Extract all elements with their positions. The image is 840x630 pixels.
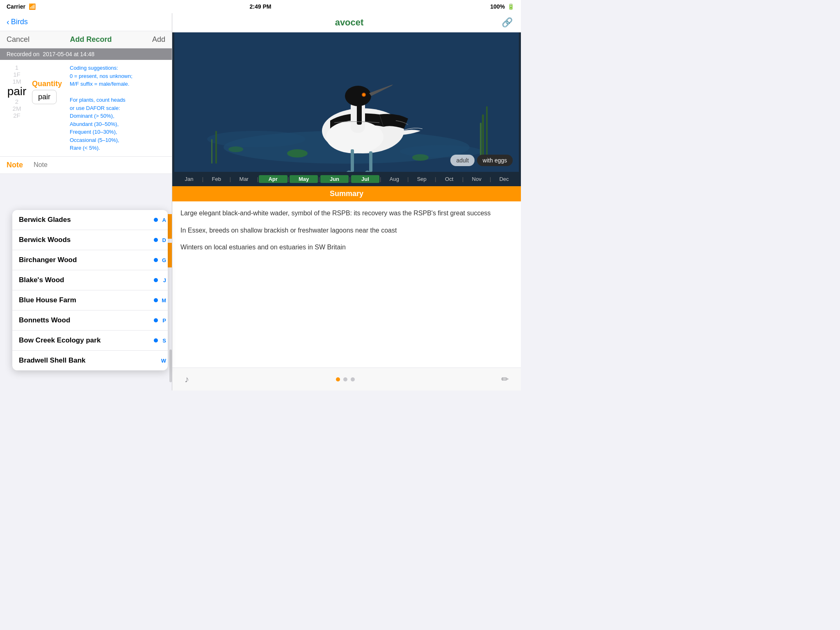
carrier-label: Carrier [7,3,25,10]
status-time: 2:49 PM [250,3,272,10]
cancel-button[interactable]: Cancel [7,35,30,44]
page-dot-1 [336,377,340,381]
quantity-selected-value: pair [7,85,27,98]
list-item[interactable]: Bonnetts Wood P [12,310,168,331]
right-header: avocet 🔗 [172,13,521,32]
alpha-index: J [163,277,166,283]
location-dot [154,258,158,262]
month-nov: Nov [464,176,489,182]
svg-rect-4 [482,114,484,155]
page-dot-2 [343,377,347,381]
quantity-picker[interactable]: 1 1F 1M pair 2 2M 2F [7,64,27,152]
back-label[interactable]: Birds [11,18,28,26]
month-jul: Jul [351,175,380,183]
month-jun: Jun [320,175,349,183]
svg-rect-6 [480,123,482,155]
right-panel: avocet 🔗 [172,13,521,390]
music-icon[interactable]: ♪ [185,374,189,385]
alpha-index: A [162,217,166,223]
month-oct: Oct [436,176,462,182]
summary-header: Summary [172,186,521,201]
svg-point-19 [363,94,365,96]
month-sep: Sep [409,176,434,182]
main-layout: ‹ Birds Cancel Add Record Add Recorded o… [0,13,521,390]
location-name: Birchanger Wood [19,256,154,264]
bird-title: avocet [197,17,502,28]
svg-rect-5 [486,106,488,155]
link-icon[interactable]: 🔗 [502,17,513,28]
location-name: Berwick Woods [19,236,154,244]
add-record-title: Add Record [70,35,112,44]
alpha-index: D [162,237,166,243]
left-panel: ‹ Birds Cancel Add Record Add Recorded o… [0,13,172,390]
alpha-index: M [162,297,166,304]
month-bar: Jan | Feb | Mar | Apr | May | Jun | Jul … [172,172,521,186]
summary-para-3: Winters on local estuaries and on estuar… [180,242,513,253]
month-mar: Mar [231,176,257,182]
scroll-indicator [169,349,172,382]
quantity-hints: Coding suggestions:0 = present, nos unkn… [70,64,165,152]
location-dot [154,298,158,302]
image-toggle: adult with eggs [450,155,513,166]
alpha-index: P [162,317,166,324]
summary-para-1: Large elegant black-and-white wader, sym… [180,208,513,219]
list-item[interactable]: Bow Creek Ecology park S [12,331,168,351]
back-nav: ‹ Birds [0,13,172,31]
svg-point-17 [348,90,368,105]
edit-icon[interactable]: ✏ [501,374,509,385]
status-right: 100% 🔋 [490,3,514,10]
svg-rect-20 [351,149,354,172]
location-name: Bonnetts Wood [19,316,154,324]
summary-header-text: Summary [330,189,363,198]
battery-icon: 🔋 [507,3,514,10]
recorded-on-value: 2017-05-04 at 14:48 [43,51,94,57]
adult-toggle-button[interactable]: adult [450,155,474,166]
wifi-icon: 📶 [29,3,36,10]
month-aug: Aug [381,176,407,182]
recorded-on-bar: Recorded on 2017-05-04 at 14:48 [0,48,172,60]
bottom-bar: ♪ ✏ [172,368,521,390]
toolbar: Cancel Add Record Add [0,31,172,48]
bird-image [172,32,521,172]
status-left: Carrier 📶 [7,3,36,10]
note-label: Note [7,161,27,169]
list-item[interactable]: Blue House Farm M [12,290,168,310]
list-item[interactable]: Blake's Wood J [12,270,168,290]
summary-para-2: In Essex, breeds on shallow brackish or … [180,225,513,236]
location-name: Bradwell Shell Bank [19,356,161,365]
svg-point-10 [412,154,429,161]
note-input[interactable] [34,161,165,169]
list-item[interactable]: Berwick Woods D [12,230,168,250]
back-arrow-icon: ‹ [7,17,9,27]
page-dots [336,377,355,381]
quantity-badge: pair [32,90,57,104]
location-name: Blake's Wood [19,276,154,284]
svg-rect-8 [211,139,212,164]
with-eggs-toggle-button[interactable]: with eggs [477,155,513,166]
status-bar: Carrier 📶 2:49 PM 100% 🔋 [0,0,521,13]
month-feb: Feb [204,176,229,182]
alpha-index: S [162,338,166,344]
note-row: Note [0,157,172,174]
alpha-index: W [161,358,166,364]
svg-point-9 [287,149,308,158]
svg-rect-21 [369,151,372,172]
alpha-index: G [162,257,166,263]
location-list: Berwick Glades A Berwick Woods D Birchan… [12,210,168,370]
summary-content: Large elegant black-and-white wader, sym… [172,201,521,368]
list-item[interactable]: Berwick Glades A [12,210,168,230]
page-dot-3 [351,377,355,381]
add-button[interactable]: Add [152,35,165,44]
location-dot [154,218,158,222]
location-dot [154,318,158,322]
list-item[interactable]: Birchanger Wood G [12,250,168,270]
location-name: Bow Creek Ecology park [19,336,154,345]
month-jan: Jan [176,176,202,182]
list-item[interactable]: Bradwell Shell Bank W [12,351,168,370]
location-name: Berwick Glades [19,216,154,224]
location-dot [154,238,158,242]
battery-label: 100% [490,3,505,10]
svg-rect-7 [215,131,217,164]
svg-point-11 [228,146,243,152]
recorded-on-label: Recorded on [7,51,39,57]
